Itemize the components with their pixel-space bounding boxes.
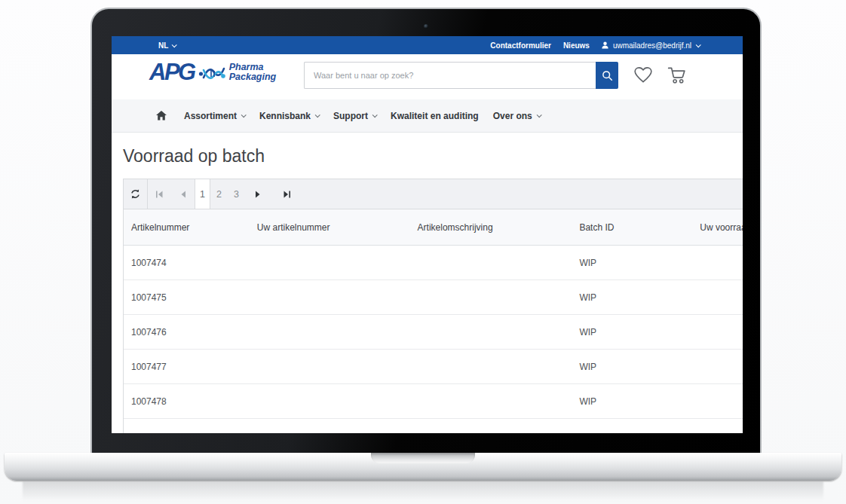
- cell-batch-id: WIP: [572, 362, 692, 372]
- pager-first-button[interactable]: [148, 179, 171, 209]
- laptop-screen-bezel: NL Contactformulier Nieuws uwmailadres@b…: [90, 8, 762, 454]
- column-header-batch-id[interactable]: Batch ID: [572, 222, 692, 233]
- pager-page-3[interactable]: 3: [228, 189, 245, 200]
- dna-logo-icon: [198, 61, 225, 84]
- nav-item-kwaliteit-en-auditing[interactable]: Kwaliteit en auditing: [391, 111, 479, 121]
- table-row: 1007476 WIP: [124, 315, 743, 350]
- table-row: 1007475 WIP: [124, 280, 743, 315]
- grid-pager: 1 2 3: [124, 179, 743, 209]
- pager-page-2[interactable]: 2: [210, 189, 228, 200]
- column-header-uw-artikelnummer[interactable]: Uw artikelnummer: [250, 222, 410, 233]
- account-menu[interactable]: uwmailadres@bedrijf.nl: [602, 41, 700, 50]
- pager-page-1-current[interactable]: 1: [195, 179, 210, 209]
- main-content: Voorraad op batch: [112, 133, 743, 433]
- nav-item-kennisbank[interactable]: Kennisbank: [259, 111, 319, 121]
- nav-home-button[interactable]: [156, 111, 167, 121]
- topbar-links: Contactformulier Nieuws uwmailadres@bedr…: [490, 41, 700, 50]
- nav-label: Support: [333, 111, 368, 121]
- pager-prev-button[interactable]: [171, 179, 195, 209]
- refresh-button[interactable]: [124, 179, 148, 209]
- search-box: [304, 62, 618, 89]
- stock-grid: 1 2 3: [123, 179, 743, 433]
- chevron-down-icon: [536, 112, 541, 118]
- page-title: Voorraad op batch: [123, 146, 265, 166]
- nav-item-support[interactable]: Support: [333, 111, 376, 121]
- nieuws-link[interactable]: Nieuws: [563, 41, 590, 50]
- table-row-partial: [124, 419, 743, 433]
- laptop-reflection: [23, 481, 823, 501]
- chevron-down-icon: [172, 42, 177, 47]
- search-icon: [602, 70, 613, 81]
- browser-viewport: NL Contactformulier Nieuws uwmailadres@b…: [112, 36, 743, 433]
- chevron-down-icon: [372, 112, 378, 118]
- search-button[interactable]: [596, 62, 618, 89]
- table-row: 1007478 WIP: [124, 384, 743, 419]
- cell-batch-id: WIP: [572, 292, 692, 303]
- table-row: 1007474 WIP: [124, 246, 743, 280]
- cell-artikelnummer: 1007478: [124, 396, 250, 407]
- column-header-uw-voorraad[interactable]: Uw voorraad: [692, 222, 743, 233]
- nav-label: Assortiment: [184, 111, 237, 121]
- language-label: NL: [158, 41, 168, 50]
- contactformulier-link[interactable]: Contactformulier: [490, 41, 551, 50]
- language-selector[interactable]: NL: [158, 41, 176, 50]
- account-email: uwmailadres@bedrijf.nl: [613, 41, 691, 50]
- chevron-down-icon: [696, 42, 701, 47]
- cell-artikelnummer: 1007474: [124, 258, 250, 268]
- column-header-artikelnummer[interactable]: Artikelnummer: [124, 222, 250, 233]
- home-icon: [156, 111, 167, 121]
- chevron-down-icon: [241, 112, 247, 118]
- tagline-line2: Packaging: [229, 72, 277, 82]
- user-icon: [602, 41, 608, 49]
- chevron-down-icon: [315, 112, 320, 118]
- site-header: APG Pharma Packaging: [112, 54, 743, 99]
- cart-button[interactable]: [667, 66, 688, 84]
- laptop-base-notch: [371, 453, 475, 463]
- cell-batch-id: WIP: [572, 327, 692, 338]
- first-page-icon: [155, 191, 164, 198]
- next-page-icon: [255, 191, 261, 198]
- top-utility-bar: NL Contactformulier Nieuws uwmailadres@b…: [112, 36, 743, 54]
- table-header-row: Artikelnummer Uw artikelnummer Artikelom…: [124, 209, 743, 246]
- logo-tagline: Pharma Packaging: [229, 63, 277, 82]
- cart-icon: [667, 66, 688, 84]
- nav-label: Over ons: [493, 111, 532, 121]
- cell-artikelnummer: 1007476: [124, 327, 250, 338]
- nav-item-over-ons[interactable]: Over ons: [493, 111, 541, 121]
- search-input[interactable]: [304, 62, 596, 89]
- prev-page-icon: [180, 191, 186, 198]
- favorites-button[interactable]: [633, 66, 653, 84]
- pager-next-button[interactable]: [245, 179, 271, 209]
- column-header-artikelomschrijving[interactable]: Artikelomschrijving: [410, 222, 572, 233]
- table-row: 1007477 WIP: [124, 350, 743, 384]
- nav-item-assortiment[interactable]: Assortiment: [184, 111, 245, 121]
- heart-icon: [633, 66, 653, 84]
- last-page-icon: [283, 191, 291, 198]
- company-logo[interactable]: APG Pharma Packaging: [149, 61, 276, 84]
- pager-last-button[interactable]: [277, 179, 296, 209]
- cell-artikelnummer: 1007477: [124, 362, 250, 372]
- cell-batch-id: WIP: [572, 258, 692, 268]
- cell-artikelnummer: 1007475: [124, 292, 250, 303]
- nav-label: Kennisbank: [259, 111, 311, 121]
- nav-label: Kwaliteit en auditing: [391, 111, 479, 121]
- laptop-base: [5, 453, 841, 481]
- refresh-icon: [130, 188, 141, 200]
- cell-batch-id: WIP: [572, 396, 692, 407]
- desktop-background: NL Contactformulier Nieuws uwmailadres@b…: [0, 0, 846, 504]
- main-navigation: Assortiment Kennisbank Support Kwaliteit…: [112, 99, 743, 133]
- webcam-icon: [424, 24, 428, 29]
- logo-brand-text: APG: [149, 61, 195, 84]
